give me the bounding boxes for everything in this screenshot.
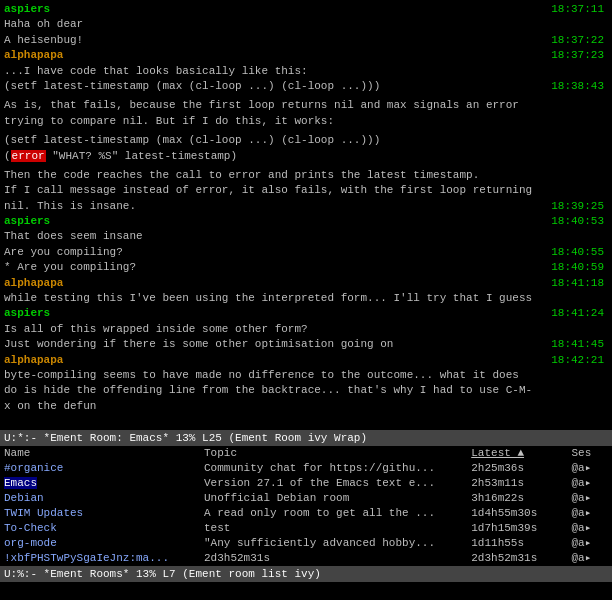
table-row[interactable]: org-mode"Any sufficiently advanced hobby… xyxy=(0,535,612,550)
status-bar-bottom-text: U:%:- *Ement Rooms* 13% L7 (Ement room l… xyxy=(4,568,321,580)
room-topic-cell: Community chat for https://githu... xyxy=(200,460,467,475)
timestamp: 18:41:24 xyxy=(551,306,604,321)
chat-line: If I call message instead of error, it a… xyxy=(4,183,608,214)
room-name-cell[interactable]: TWIM Updates xyxy=(0,505,200,520)
chat-message: aspiers 18:40:53 xyxy=(4,214,608,229)
room-name-cell[interactable]: #organice xyxy=(0,460,200,475)
error-highlight: error xyxy=(11,150,46,162)
message-text: That does seem insane xyxy=(4,230,143,242)
room-name-cell[interactable]: To-Check xyxy=(0,520,200,535)
chat-line: (setf latest-timestamp (max (cl-loop ...… xyxy=(4,133,608,148)
timestamp: 18:41:18 xyxy=(551,276,604,291)
author-label: aspiers xyxy=(4,307,50,319)
table-header-row: Name Topic Latest ▲ Ses xyxy=(0,446,612,460)
status-bar-top-text: U:*:- *Ement Room: Emacs* 13% L25 (Ement… xyxy=(4,432,367,444)
room-name[interactable]: #organice xyxy=(4,462,63,474)
message-text: As is, that fails, because the first loo… xyxy=(4,99,519,126)
chat-line: Then the code reaches the call to error … xyxy=(4,168,608,183)
room-latest-cell: 1d7h15m39s xyxy=(467,520,567,535)
room-name[interactable]: To-Check xyxy=(4,522,57,534)
table-row[interactable]: To-Checktest1d7h15m39s@a▸ xyxy=(0,520,612,535)
room-topic-cell: test xyxy=(200,520,467,535)
room-name-cell[interactable]: Emacs xyxy=(0,475,200,490)
chat-line: As is, that fails, because the first loo… xyxy=(4,98,608,129)
code-text: (setf latest-timestamp (max (cl-loop ...… xyxy=(4,134,380,146)
room-ses-cell: @a▸ xyxy=(567,475,612,490)
room-ses-cell: @a▸ xyxy=(567,490,612,505)
code-text: (error "WHAT? %S" latest-timestamp) xyxy=(4,150,237,162)
room-topic-cell: Version 27.1 of the Emacs text e... xyxy=(200,475,467,490)
chat-message: aspiers 18:41:24 xyxy=(4,306,608,321)
room-ses-cell: @a▸ xyxy=(567,535,612,550)
status-bar-top: U:*:- *Ement Room: Emacs* 13% L25 (Ement… xyxy=(0,430,612,446)
chat-line: Is all of this wrapped inside some other… xyxy=(4,322,608,337)
room-topic-cell: "Any sufficiently advanced hobby... xyxy=(200,535,467,550)
message-text: Haha oh dear xyxy=(4,18,83,30)
chat-line: while testing this I've been using the i… xyxy=(4,291,608,306)
col-header-name: Name xyxy=(0,446,200,460)
message-text: Are you compiling? xyxy=(4,246,123,258)
timestamp: 18:40:59 xyxy=(551,260,604,275)
room-topic-cell: A read only room to get all the ... xyxy=(200,505,467,520)
chat-message: alphapapa 18:42:21 xyxy=(4,353,608,368)
timestamp: 18:37:11 xyxy=(551,2,604,17)
col-header-ses: Ses xyxy=(567,446,612,460)
room-table-body: #organiceCommunity chat for https://gith… xyxy=(0,460,612,566)
room-name-cell[interactable]: Debian xyxy=(0,490,200,505)
room-name-cell[interactable]: !xbfPHSTwPySgaIeJnz:ma... xyxy=(0,550,200,565)
room-latest-cell: 1d11h55s xyxy=(467,535,567,550)
message-text: Is all of this wrapped inside some other… xyxy=(4,323,308,335)
chat-line: Just wondering if there is some other op… xyxy=(4,337,608,352)
room-ses-cell: @a▸ xyxy=(567,505,612,520)
room-name[interactable]: Debian xyxy=(4,492,44,504)
timestamp: 18:42:21 xyxy=(551,353,604,368)
timestamp: 18:40:55 xyxy=(551,245,604,260)
table-row[interactable]: TWIM UpdatesA read only room to get all … xyxy=(0,505,612,520)
chat-line: Are you compiling? 18:40:55 xyxy=(4,245,608,260)
message-text: byte-compiling seems to have made no dif… xyxy=(4,369,532,412)
room-name[interactable]: org-mode xyxy=(4,537,57,549)
chat-line: byte-compiling seems to have made no dif… xyxy=(4,368,608,414)
room-topic-cell: 2d3h52m31s xyxy=(200,550,467,565)
table-row[interactable]: #organiceCommunity chat for https://gith… xyxy=(0,460,612,475)
room-latest-cell: 2h53m11s xyxy=(467,475,567,490)
table-row[interactable]: !xbfPHSTwPySgaIeJnz:ma...2d3h52m31s2d3h5… xyxy=(0,550,612,565)
chat-message: alphapapa 18:41:18 xyxy=(4,276,608,291)
message-text: * Are you compiling? xyxy=(4,261,136,273)
message-text: A heisenbug! xyxy=(4,34,83,46)
chat-line: (setf latest-timestamp (max (cl-loop ...… xyxy=(4,79,608,94)
message-text: Then the code reaches the call to error … xyxy=(4,169,479,181)
author-label: aspiers xyxy=(4,3,50,15)
message-text: If I call message instead of error, it a… xyxy=(4,184,532,211)
table-row[interactable]: DebianUnofficial Debian room3h16m22s@a▸ xyxy=(0,490,612,505)
room-latest-cell: 2d3h52m31s xyxy=(467,550,567,565)
room-name[interactable]: Emacs xyxy=(4,477,37,489)
message-text: ...I have code that looks basically like… xyxy=(4,65,308,77)
code-text: (setf latest-timestamp (max (cl-loop ...… xyxy=(4,80,380,92)
room-ses-cell: @a▸ xyxy=(567,460,612,475)
room-latest-cell: 1d4h55m30s xyxy=(467,505,567,520)
chat-line: * Are you compiling? 18:40:59 xyxy=(4,260,608,275)
author-label: alphapapa xyxy=(4,354,63,366)
room-list-area[interactable]: Name Topic Latest ▲ Ses #organiceCommuni… xyxy=(0,446,612,566)
timestamp: 18:41:45 xyxy=(551,337,604,352)
room-latest-cell: 2h25m36s xyxy=(467,460,567,475)
author-label: alphapapa xyxy=(4,49,63,61)
chat-line: A heisenbug! 18:37:22 xyxy=(4,33,608,48)
room-ses-cell: @a▸ xyxy=(567,520,612,535)
message-text: while testing this I've been using the i… xyxy=(4,292,532,304)
room-name[interactable]: !xbfPHSTwPySgaIeJnz:ma... xyxy=(4,552,169,564)
col-header-latest: Latest ▲ xyxy=(467,446,567,460)
chat-line: ...I have code that looks basically like… xyxy=(4,64,608,79)
room-name-cell[interactable]: org-mode xyxy=(0,535,200,550)
timestamp: 18:38:43 xyxy=(551,79,604,94)
message-text: Just wondering if there is some other op… xyxy=(4,338,393,350)
author-label: alphapapa xyxy=(4,277,63,289)
room-name[interactable]: TWIM Updates xyxy=(4,507,83,519)
room-topic-cell: Unofficial Debian room xyxy=(200,490,467,505)
table-row[interactable]: EmacsVersion 27.1 of the Emacs text e...… xyxy=(0,475,612,490)
chat-message: aspiers 18:37:11 xyxy=(4,2,608,17)
timestamp: 18:40:53 xyxy=(551,214,604,229)
timestamp: 18:37:23 xyxy=(551,48,604,63)
room-latest-cell: 3h16m22s xyxy=(467,490,567,505)
